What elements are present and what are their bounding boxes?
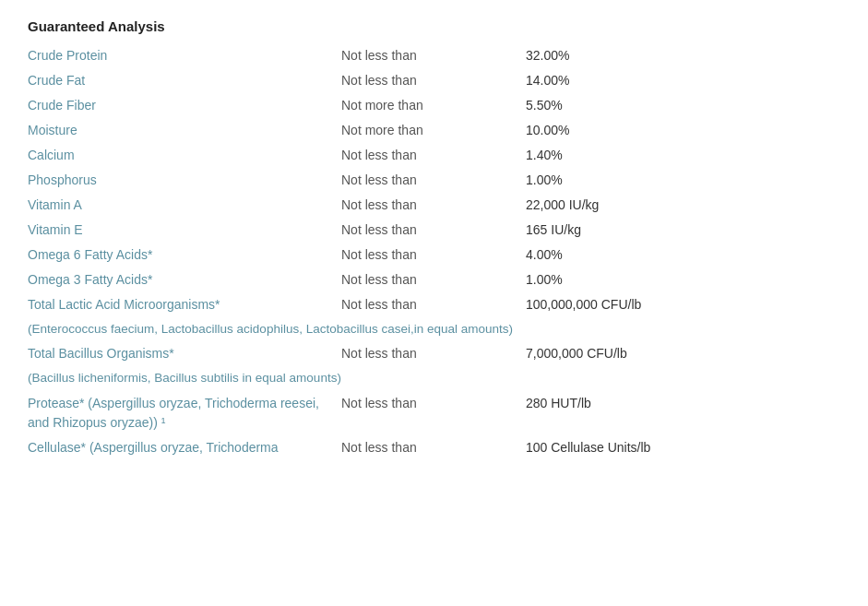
nutrient-value: 100 Cellulase Units/lb bbox=[526, 435, 840, 460]
nutrient-name: Total Lactic Acid Microorganisms* bbox=[28, 292, 341, 317]
table-row: PhosphorusNot less than1.00% bbox=[28, 168, 840, 193]
qualifier: Not less than bbox=[341, 43, 526, 68]
nutrient-value: 22,000 IU/kg bbox=[526, 193, 840, 218]
table-row: Vitamin ENot less than165 IU/kg bbox=[28, 218, 840, 243]
nutrient-name: Vitamin E bbox=[28, 218, 341, 243]
nutrient-value: 32.00% bbox=[526, 43, 840, 68]
nutrient-name: Omega 3 Fatty Acids* bbox=[28, 267, 341, 292]
nutrient-value: 14.00% bbox=[526, 68, 840, 93]
table-row: Cellulase* (Aspergillus oryzae, Trichode… bbox=[28, 435, 840, 460]
nutrient-value: 1.00% bbox=[526, 168, 840, 193]
nutrient-value: 5.50% bbox=[526, 93, 840, 118]
qualifier: Not less than bbox=[341, 168, 526, 193]
qualifier: Not more than bbox=[341, 93, 526, 118]
subnote-text: (Bacillus licheniformis, Bacillus subtil… bbox=[28, 366, 840, 390]
qualifier: Not less than bbox=[341, 143, 526, 168]
nutrient-name: Calcium bbox=[28, 143, 341, 168]
nutrient-name: Crude Protein bbox=[28, 43, 341, 68]
table-row: Protease* (Aspergillus oryzae, Trichoder… bbox=[28, 391, 840, 435]
table-row: Crude FiberNot more than5.50% bbox=[28, 93, 840, 118]
table-row: Crude ProteinNot less than32.00% bbox=[28, 43, 840, 68]
nutrient-name: Cellulase* (Aspergillus oryzae, Trichode… bbox=[28, 435, 341, 460]
qualifier: Not less than bbox=[341, 218, 526, 243]
nutrient-name: Phosphorus bbox=[28, 168, 341, 193]
qualifier: Not less than bbox=[341, 435, 526, 460]
qualifier: Not less than bbox=[341, 193, 526, 218]
nutrient-value: 4.00% bbox=[526, 243, 840, 267]
subnote-row: (Enterococcus faecium, Lactobacillus aci… bbox=[28, 317, 840, 341]
qualifier: Not less than bbox=[341, 243, 526, 267]
table-row: Total Lactic Acid Microorganisms*Not les… bbox=[28, 292, 840, 317]
qualifier: Not less than bbox=[341, 391, 526, 435]
nutrient-value: 1.00% bbox=[526, 267, 840, 292]
section-title: Guaranteed Analysis bbox=[28, 18, 840, 34]
nutrient-name: Crude Fiber bbox=[28, 93, 341, 118]
nutrient-name: Protease* (Aspergillus oryzae, Trichoder… bbox=[28, 391, 341, 435]
table-row: Omega 6 Fatty Acids*Not less than4.00% bbox=[28, 243, 840, 267]
nutrient-name: Moisture bbox=[28, 118, 341, 143]
nutrient-value: 100,000,000 CFU/lb bbox=[526, 292, 840, 317]
table-row: Omega 3 Fatty Acids*Not less than1.00% bbox=[28, 267, 840, 292]
nutrient-value: 10.00% bbox=[526, 118, 840, 143]
qualifier: Not less than bbox=[341, 267, 526, 292]
subnote-text: (Enterococcus faecium, Lactobacillus aci… bbox=[28, 317, 840, 341]
table-row: Vitamin ANot less than22,000 IU/kg bbox=[28, 193, 840, 218]
nutrient-value: 1.40% bbox=[526, 143, 840, 168]
table-row: MoistureNot more than10.00% bbox=[28, 118, 840, 143]
nutrient-name: Vitamin A bbox=[28, 193, 341, 218]
nutrient-value: 7,000,000 CFU/lb bbox=[526, 341, 840, 366]
qualifier: Not less than bbox=[341, 68, 526, 93]
qualifier: Not less than bbox=[341, 341, 526, 366]
table-row: CalciumNot less than1.40% bbox=[28, 143, 840, 168]
table-row: Total Bacillus Organisms*Not less than7,… bbox=[28, 341, 840, 366]
table-row: Crude FatNot less than14.00% bbox=[28, 68, 840, 93]
nutrient-name: Crude Fat bbox=[28, 68, 341, 93]
qualifier: Not less than bbox=[341, 292, 526, 317]
analysis-table: Crude ProteinNot less than32.00%Crude Fa… bbox=[28, 43, 840, 460]
qualifier: Not more than bbox=[341, 118, 526, 143]
nutrient-name: Omega 6 Fatty Acids* bbox=[28, 243, 341, 267]
nutrient-value: 280 HUT/lb bbox=[526, 391, 840, 435]
nutrient-name: Total Bacillus Organisms* bbox=[28, 341, 341, 366]
subnote-row: (Bacillus licheniformis, Bacillus subtil… bbox=[28, 366, 840, 390]
nutrient-value: 165 IU/kg bbox=[526, 218, 840, 243]
